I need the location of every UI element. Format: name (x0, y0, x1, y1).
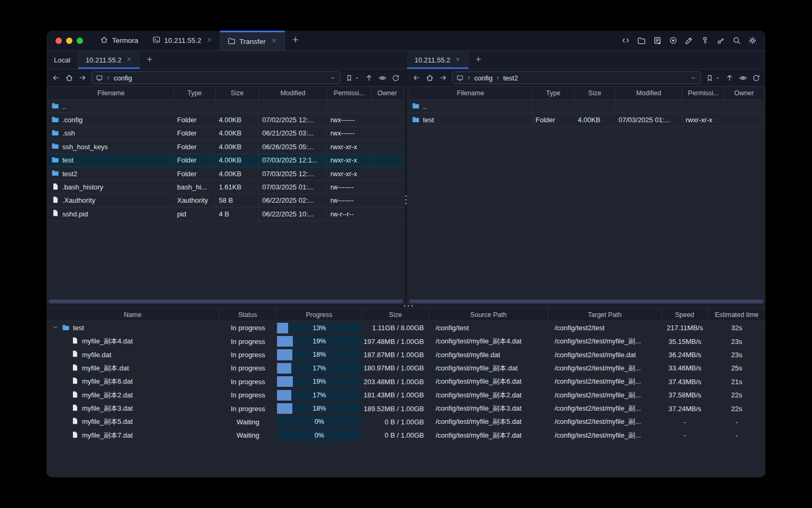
transfer-row[interactable]: myfile_副本5.datWaiting0%0 B / 1.00GB/conf… (47, 415, 765, 429)
file-row[interactable]: testFolder4.00KB07/03/2025 12:1...rwxr-x… (49, 154, 403, 167)
file-table: FilenameTypeSizeModifiedPermissi...Owner… (409, 86, 763, 127)
main-tab-transfer[interactable]: Transfer (220, 31, 285, 50)
column-header[interactable]: Type (174, 87, 216, 99)
transfer-row[interactable]: myfile_副本6.datIn progress19%203.48MB / 1… (47, 375, 765, 388)
column-header[interactable]: Type (532, 87, 575, 99)
home-button[interactable] (426, 74, 434, 82)
column-header[interactable]: Filename (49, 87, 174, 99)
vertical-splitter[interactable] (405, 51, 407, 303)
column-header[interactable]: Filename (409, 87, 532, 99)
close-pane-tab-button[interactable] (126, 56, 132, 64)
toolbar-keychain-button[interactable] (716, 36, 725, 45)
toolbar-key-button[interactable] (700, 36, 709, 45)
column-header[interactable]: Target Path (548, 309, 662, 321)
bookmark-button[interactable] (345, 74, 353, 82)
file-row[interactable]: .configFolder4.00KB07/02/2025 12:...rwx-… (49, 113, 403, 126)
file-row[interactable]: .sshFolder4.00KB06/21/2025 03:...rwx----… (49, 127, 403, 140)
transfer-row[interactable]: myfile_副本4.datIn progress19%197.48MB / 1… (47, 334, 765, 348)
forward-button[interactable] (439, 74, 447, 82)
main-tab-10-211-55-2[interactable]: 10.211.55.2 (145, 31, 220, 50)
close-tab-button[interactable] (206, 37, 213, 45)
forward-button[interactable] (78, 74, 87, 82)
bookmark-dropdown-button[interactable] (715, 75, 721, 81)
toolbar-folder-o-button[interactable] (637, 36, 646, 45)
file-row[interactable]: .. (49, 100, 403, 113)
toolbar-gear-button[interactable] (748, 36, 757, 45)
toolbar-log-button[interactable] (653, 36, 662, 45)
transfer-row[interactable]: myfile_副本.datIn progress17%180.97MB / 1.… (47, 361, 765, 375)
bookmark-button[interactable] (706, 74, 714, 82)
column-header[interactable]: Size (362, 309, 429, 321)
column-header[interactable]: Speed (662, 309, 708, 321)
column-header[interactable]: Source Path (429, 309, 548, 321)
close-icon (271, 37, 278, 46)
file-row[interactable]: .. (409, 100, 763, 113)
toolbar-code-button[interactable] (621, 36, 630, 45)
pane-tab-10-211-55-2[interactable]: 10.211.55.2 (407, 51, 469, 69)
toolbar-record-button[interactable] (669, 36, 678, 45)
file-row[interactable]: testFolder4.00KB07/03/2025 01:...rwxr-xr… (409, 113, 763, 126)
file-row[interactable]: sshd.pidpid4 B06/22/2025 10:...rw-r--r-- (49, 207, 403, 221)
column-header[interactable]: Estimated time (708, 309, 765, 321)
transfer-row[interactable]: myfile_副本2.datIn progress17%181.43MB / 1… (47, 388, 765, 402)
pane-tab-10-211-55-2[interactable]: 10.211.55.2 (78, 51, 140, 69)
file-row[interactable]: ssh_host_keysFolder4.00KB06/26/2025 05:.… (49, 140, 403, 153)
path-input[interactable]: configtest2 (452, 71, 701, 84)
path-segment[interactable]: config (474, 74, 493, 82)
transfer-row[interactable]: testIn progress13%1.11GB / 8.00GB/config… (47, 321, 765, 334)
path-input[interactable]: config (91, 71, 340, 84)
column-header[interactable]: Permissi... (327, 87, 372, 99)
bookmark-dropdown-button[interactable] (354, 75, 360, 81)
new-pane-tab-button[interactable] (140, 51, 159, 69)
back-button[interactable] (412, 74, 421, 82)
toolbar-search-button[interactable] (732, 36, 741, 45)
path-segment[interactable]: config (114, 74, 132, 82)
column-header[interactable]: Owner (372, 87, 403, 99)
scrollbar-thumb[interactable] (409, 300, 763, 303)
column-header[interactable]: Modified (615, 87, 682, 99)
back-button[interactable] (52, 74, 60, 82)
close-window-button[interactable] (56, 38, 62, 44)
toolbar-edit-button[interactable] (685, 36, 694, 45)
upload-button[interactable] (365, 74, 373, 82)
transfer-progress-bar: 19% (276, 375, 362, 388)
horizontal-scrollbar[interactable] (49, 299, 403, 303)
transfer-row[interactable]: myfile.datIn progress18%187.87MB / 1.00G… (47, 348, 765, 361)
transfer-row[interactable]: myfile_副本7.datWaiting0%0 B / 1.00GB/conf… (47, 429, 765, 442)
path-segment[interactable]: test2 (503, 74, 518, 82)
minimize-window-button[interactable] (66, 38, 72, 44)
file-row[interactable]: .XauthorityXauthority58 B06/22/2025 02:.… (49, 194, 403, 207)
refresh-button[interactable] (752, 74, 760, 82)
column-header[interactable]: Owner (725, 87, 763, 99)
show-hidden-button[interactable] (378, 74, 387, 83)
new-tab-button[interactable] (285, 31, 306, 50)
column-header[interactable]: Size (216, 87, 259, 99)
transfer-name-cell: myfile.dat (47, 350, 219, 359)
refresh-button[interactable] (392, 74, 400, 82)
main-tab-termora[interactable]: Termora (93, 31, 145, 50)
column-header[interactable]: Modified (259, 87, 327, 99)
transfer-row[interactable]: myfile_副本3.datIn progress18%189.52MB / 1… (47, 402, 765, 415)
column-header[interactable]: Permissi... (682, 87, 725, 99)
new-pane-tab-button[interactable] (469, 51, 488, 69)
pane-tab-local[interactable]: Local (47, 51, 78, 69)
expand-toggle[interactable] (52, 324, 59, 332)
path-dropdown-button[interactable] (690, 75, 697, 81)
column-header[interactable]: Status (219, 309, 276, 321)
show-hidden-button[interactable] (739, 74, 748, 83)
home-button[interactable] (65, 74, 73, 82)
horizontal-scrollbar[interactable] (409, 299, 763, 303)
horizontal-splitter[interactable] (47, 303, 765, 309)
upload-button[interactable] (725, 74, 734, 82)
file-panes: Local10.211.55.2configFilenameTypeSizeMo… (47, 51, 765, 303)
file-row[interactable]: .bash_historybash_hi...1.61KB07/03/2025 … (49, 180, 403, 194)
file-row[interactable]: test2Folder4.00KB07/03/2025 12:...rwxr-x… (49, 167, 403, 180)
close-pane-tab-button[interactable] (455, 56, 461, 64)
close-tab-button[interactable] (271, 37, 278, 46)
zoom-window-button[interactable] (77, 38, 83, 44)
column-header[interactable]: Progress (276, 309, 362, 321)
column-header[interactable]: Name (47, 309, 219, 321)
scrollbar-thumb[interactable] (49, 300, 403, 303)
column-header[interactable]: Size (575, 87, 615, 99)
path-dropdown-button[interactable] (329, 75, 336, 81)
